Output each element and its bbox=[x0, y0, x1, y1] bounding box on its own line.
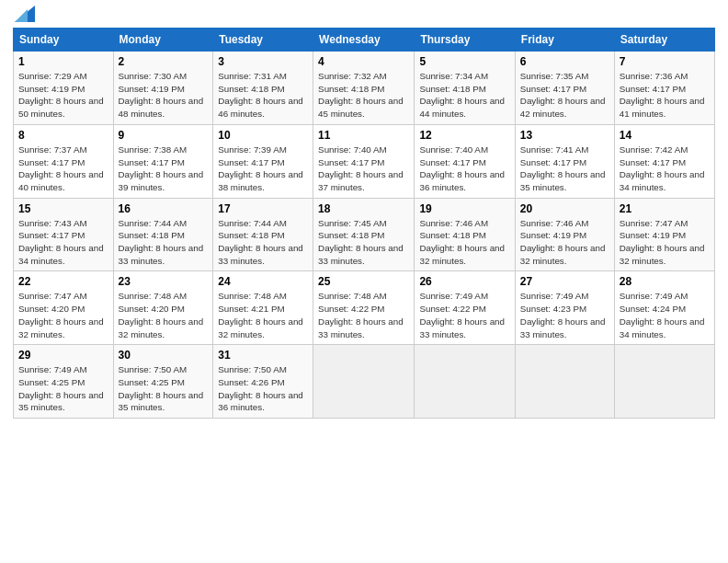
day-detail: Sunrise: 7:49 AMSunset: 4:23 PMDaylight:… bbox=[520, 291, 606, 339]
calendar-cell: 25 Sunrise: 7:48 AMSunset: 4:22 PMDaylig… bbox=[313, 271, 415, 345]
calendar-cell: 21 Sunrise: 7:47 AMSunset: 4:19 PMDaylig… bbox=[614, 198, 714, 271]
day-detail: Sunrise: 7:46 AMSunset: 4:18 PMDaylight:… bbox=[419, 218, 505, 266]
calendar-cell: 5 Sunrise: 7:34 AMSunset: 4:18 PMDayligh… bbox=[415, 52, 515, 125]
calendar-cell: 10 Sunrise: 7:39 AMSunset: 4:17 PMDaylig… bbox=[213, 124, 313, 198]
day-detail: Sunrise: 7:30 AMSunset: 4:19 PMDaylight:… bbox=[119, 71, 204, 119]
day-number: 26 bbox=[419, 275, 509, 288]
calendar-cell: 4 Sunrise: 7:32 AMSunset: 4:18 PMDayligh… bbox=[313, 52, 415, 125]
day-number: 2 bbox=[119, 55, 209, 68]
day-detail: Sunrise: 7:50 AMSunset: 4:25 PMDaylight:… bbox=[119, 364, 204, 412]
calendar-cell: 9 Sunrise: 7:38 AMSunset: 4:17 PMDayligh… bbox=[113, 124, 213, 198]
day-detail: Sunrise: 7:49 AMSunset: 4:22 PMDaylight:… bbox=[419, 291, 505, 339]
day-number: 15 bbox=[18, 202, 108, 215]
day-number: 4 bbox=[318, 55, 409, 68]
week-row-4: 22 Sunrise: 7:47 AMSunset: 4:20 PMDaylig… bbox=[14, 271, 715, 345]
weekday-header-sunday: Sunday bbox=[14, 29, 114, 52]
day-detail: Sunrise: 7:45 AMSunset: 4:18 PMDaylight:… bbox=[318, 218, 404, 266]
logo-icon bbox=[15, 6, 35, 22]
day-number: 8 bbox=[18, 129, 108, 142]
week-row-5: 29 Sunrise: 7:49 AMSunset: 4:25 PMDaylig… bbox=[14, 345, 715, 419]
day-detail: Sunrise: 7:41 AMSunset: 4:17 PMDaylight:… bbox=[520, 144, 606, 192]
logo bbox=[13, 13, 35, 22]
day-detail: Sunrise: 7:49 AMSunset: 4:24 PMDaylight:… bbox=[620, 291, 705, 339]
weekday-header-wednesday: Wednesday bbox=[313, 29, 415, 52]
calendar-cell: 6 Sunrise: 7:35 AMSunset: 4:17 PMDayligh… bbox=[515, 52, 614, 125]
calendar-cell: 24 Sunrise: 7:48 AMSunset: 4:21 PMDaylig… bbox=[213, 271, 313, 345]
header bbox=[13, 9, 715, 22]
svg-marker-1 bbox=[15, 9, 28, 22]
weekday-header-monday: Monday bbox=[113, 29, 213, 52]
calendar-cell: 8 Sunrise: 7:37 AMSunset: 4:17 PMDayligh… bbox=[14, 124, 114, 198]
calendar-cell: 18 Sunrise: 7:45 AMSunset: 4:18 PMDaylig… bbox=[313, 198, 415, 271]
day-detail: Sunrise: 7:35 AMSunset: 4:17 PMDaylight:… bbox=[520, 71, 606, 119]
day-number: 18 bbox=[318, 202, 409, 215]
day-number: 1 bbox=[18, 55, 108, 68]
day-detail: Sunrise: 7:48 AMSunset: 4:22 PMDaylight:… bbox=[318, 291, 404, 339]
weekday-header-row: SundayMondayTuesdayWednesdayThursdayFrid… bbox=[14, 29, 715, 52]
day-detail: Sunrise: 7:44 AMSunset: 4:18 PMDaylight:… bbox=[119, 218, 204, 266]
day-detail: Sunrise: 7:46 AMSunset: 4:19 PMDaylight:… bbox=[520, 218, 606, 266]
calendar-cell: 7 Sunrise: 7:36 AMSunset: 4:17 PMDayligh… bbox=[614, 52, 714, 125]
day-detail: Sunrise: 7:42 AMSunset: 4:17 PMDaylight:… bbox=[620, 144, 705, 192]
calendar-cell: 15 Sunrise: 7:43 AMSunset: 4:17 PMDaylig… bbox=[14, 198, 114, 271]
week-row-2: 8 Sunrise: 7:37 AMSunset: 4:17 PMDayligh… bbox=[14, 124, 715, 198]
day-detail: Sunrise: 7:50 AMSunset: 4:26 PMDaylight:… bbox=[218, 364, 303, 412]
calendar-cell: 11 Sunrise: 7:40 AMSunset: 4:17 PMDaylig… bbox=[313, 124, 415, 198]
day-detail: Sunrise: 7:29 AMSunset: 4:19 PMDaylight:… bbox=[18, 71, 104, 119]
calendar-cell bbox=[614, 345, 714, 419]
day-detail: Sunrise: 7:43 AMSunset: 4:17 PMDaylight:… bbox=[18, 218, 104, 266]
calendar-cell: 2 Sunrise: 7:30 AMSunset: 4:19 PMDayligh… bbox=[113, 52, 213, 125]
day-number: 20 bbox=[520, 202, 609, 215]
day-detail: Sunrise: 7:38 AMSunset: 4:17 PMDaylight:… bbox=[119, 144, 204, 192]
weekday-header-tuesday: Tuesday bbox=[213, 29, 313, 52]
day-number: 30 bbox=[119, 349, 209, 362]
day-detail: Sunrise: 7:47 AMSunset: 4:19 PMDaylight:… bbox=[620, 218, 705, 266]
calendar-cell: 16 Sunrise: 7:44 AMSunset: 4:18 PMDaylig… bbox=[113, 198, 213, 271]
calendar-cell bbox=[515, 345, 614, 419]
day-detail: Sunrise: 7:34 AMSunset: 4:18 PMDaylight:… bbox=[419, 71, 505, 119]
main-container: SundayMondayTuesdayWednesdayThursdayFrid… bbox=[0, 0, 728, 426]
week-row-1: 1 Sunrise: 7:29 AMSunset: 4:19 PMDayligh… bbox=[14, 52, 715, 125]
day-number: 21 bbox=[620, 202, 710, 215]
weekday-header-thursday: Thursday bbox=[415, 29, 515, 52]
calendar-cell: 17 Sunrise: 7:44 AMSunset: 4:18 PMDaylig… bbox=[213, 198, 313, 271]
day-number: 25 bbox=[318, 275, 409, 288]
day-detail: Sunrise: 7:31 AMSunset: 4:18 PMDaylight:… bbox=[218, 71, 303, 119]
day-number: 29 bbox=[18, 349, 108, 362]
calendar-cell: 29 Sunrise: 7:49 AMSunset: 4:25 PMDaylig… bbox=[14, 345, 114, 419]
day-number: 14 bbox=[620, 129, 710, 142]
day-detail: Sunrise: 7:32 AMSunset: 4:18 PMDaylight:… bbox=[318, 71, 404, 119]
day-number: 13 bbox=[520, 129, 609, 142]
day-number: 27 bbox=[520, 275, 609, 288]
day-number: 7 bbox=[620, 55, 710, 68]
day-number: 5 bbox=[419, 55, 509, 68]
day-number: 23 bbox=[119, 275, 209, 288]
day-detail: Sunrise: 7:40 AMSunset: 4:17 PMDaylight:… bbox=[419, 144, 505, 192]
day-number: 12 bbox=[419, 129, 509, 142]
calendar-cell: 3 Sunrise: 7:31 AMSunset: 4:18 PMDayligh… bbox=[213, 52, 313, 125]
day-number: 19 bbox=[419, 202, 509, 215]
calendar-cell: 23 Sunrise: 7:48 AMSunset: 4:20 PMDaylig… bbox=[113, 271, 213, 345]
day-number: 24 bbox=[218, 275, 308, 288]
calendar-cell: 28 Sunrise: 7:49 AMSunset: 4:24 PMDaylig… bbox=[614, 271, 714, 345]
calendar-cell: 14 Sunrise: 7:42 AMSunset: 4:17 PMDaylig… bbox=[614, 124, 714, 198]
calendar-cell: 1 Sunrise: 7:29 AMSunset: 4:19 PMDayligh… bbox=[14, 52, 114, 125]
day-number: 31 bbox=[218, 349, 308, 362]
calendar-cell bbox=[415, 345, 515, 419]
day-number: 3 bbox=[218, 55, 308, 68]
day-number: 9 bbox=[119, 129, 209, 142]
day-detail: Sunrise: 7:44 AMSunset: 4:18 PMDaylight:… bbox=[218, 218, 303, 266]
day-number: 28 bbox=[620, 275, 710, 288]
day-detail: Sunrise: 7:39 AMSunset: 4:17 PMDaylight:… bbox=[218, 144, 303, 192]
day-number: 10 bbox=[218, 129, 308, 142]
calendar-table: SundayMondayTuesdayWednesdayThursdayFrid… bbox=[13, 28, 715, 419]
calendar-cell: 26 Sunrise: 7:49 AMSunset: 4:22 PMDaylig… bbox=[415, 271, 515, 345]
day-number: 6 bbox=[520, 55, 609, 68]
calendar-cell: 13 Sunrise: 7:41 AMSunset: 4:17 PMDaylig… bbox=[515, 124, 614, 198]
day-detail: Sunrise: 7:48 AMSunset: 4:20 PMDaylight:… bbox=[119, 291, 204, 339]
day-detail: Sunrise: 7:49 AMSunset: 4:25 PMDaylight:… bbox=[18, 364, 104, 412]
calendar-cell: 20 Sunrise: 7:46 AMSunset: 4:19 PMDaylig… bbox=[515, 198, 614, 271]
day-number: 17 bbox=[218, 202, 308, 215]
weekday-header-friday: Friday bbox=[515, 29, 614, 52]
day-number: 16 bbox=[119, 202, 209, 215]
